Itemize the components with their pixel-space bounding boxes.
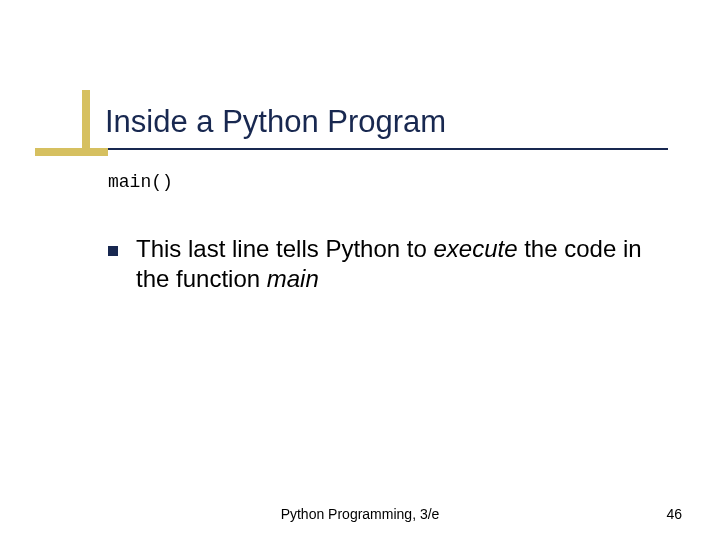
slide-title: Inside a Python Program xyxy=(105,104,446,140)
square-bullet-icon xyxy=(108,246,118,256)
body-text-italic-main: main xyxy=(267,265,319,292)
body-text: This last line tells Python to execute t… xyxy=(136,234,668,294)
slide: Inside a Python Program main() This last… xyxy=(0,0,720,540)
code-snippet: main() xyxy=(108,172,173,192)
title-underline xyxy=(108,148,668,150)
accent-vertical xyxy=(82,90,90,155)
title-band: Inside a Python Program xyxy=(105,102,446,142)
body-text-italic-execute: execute xyxy=(433,235,517,262)
accent-horizontal xyxy=(35,148,108,156)
body-text-part-1: This last line tells Python to xyxy=(136,235,433,262)
body-row: This last line tells Python to execute t… xyxy=(108,234,668,294)
footer-center: Python Programming, 3/e xyxy=(0,506,720,522)
page-number: 46 xyxy=(666,506,682,522)
